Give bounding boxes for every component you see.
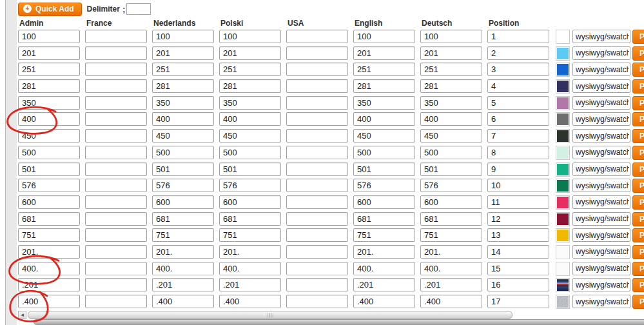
swatch-path-input[interactable] [572, 295, 630, 308]
admin-input[interactable] [18, 79, 80, 93]
admin-input[interactable] [18, 112, 80, 126]
color-swatch[interactable] [556, 30, 570, 44]
usa-input[interactable] [286, 46, 348, 60]
position-input[interactable] [487, 228, 549, 242]
usa-input[interactable] [286, 195, 348, 209]
polski-input[interactable] [219, 146, 281, 159]
admin-input[interactable] [18, 63, 80, 76]
deutsch-input[interactable] [420, 96, 482, 110]
english-input[interactable] [353, 46, 415, 60]
france-input[interactable] [85, 262, 147, 275]
pick-button[interactable]: Pick [632, 278, 644, 292]
deutsch-input[interactable] [420, 278, 482, 291]
position-input[interactable] [487, 79, 549, 93]
admin-input[interactable] [18, 195, 80, 209]
deutsch-input[interactable] [420, 195, 482, 209]
deutsch-input[interactable] [420, 129, 482, 143]
deutsch-input[interactable] [420, 112, 482, 126]
quick-add-button[interactable]: + Quick Add [18, 3, 82, 16]
scroll-left-button[interactable]: ◄ [18, 311, 26, 319]
polski-input[interactable] [219, 195, 281, 209]
outer-scrollbar-thumb[interactable] [34, 319, 644, 325]
france-input[interactable] [85, 146, 147, 159]
color-swatch[interactable] [556, 79, 570, 94]
deutsch-input[interactable] [420, 79, 482, 93]
swatch-path-input[interactable] [572, 179, 630, 192]
polski-input[interactable] [219, 96, 281, 110]
admin-input[interactable] [18, 162, 80, 176]
polski-input[interactable] [219, 295, 281, 308]
color-swatch[interactable] [556, 46, 570, 61]
polski-input[interactable] [219, 30, 281, 43]
position-input[interactable] [487, 179, 549, 192]
nederlands-input[interactable] [152, 146, 214, 159]
france-input[interactable] [85, 195, 147, 209]
deutsch-input[interactable] [420, 30, 482, 43]
pick-button[interactable]: Pick [632, 112, 644, 126]
swatch-path-input[interactable] [572, 112, 630, 126]
usa-input[interactable] [286, 129, 348, 143]
english-input[interactable] [353, 162, 415, 176]
position-input[interactable] [487, 30, 549, 43]
english-input[interactable] [353, 295, 415, 308]
english-input[interactable] [353, 146, 415, 159]
english-input[interactable] [353, 63, 415, 76]
deutsch-input[interactable] [420, 295, 482, 308]
admin-input[interactable] [18, 262, 80, 275]
usa-input[interactable] [286, 179, 348, 192]
position-input[interactable] [487, 278, 549, 291]
pick-button[interactable]: Pick [632, 179, 644, 193]
admin-input[interactable] [18, 146, 80, 159]
polski-input[interactable] [219, 212, 281, 226]
nederlands-input[interactable] [152, 245, 214, 259]
polski-input[interactable] [219, 63, 281, 76]
english-input[interactable] [353, 212, 415, 226]
nederlands-input[interactable] [152, 179, 214, 192]
color-swatch[interactable] [556, 146, 570, 160]
france-input[interactable] [85, 96, 147, 110]
nederlands-input[interactable] [152, 162, 214, 176]
pick-button[interactable]: Pick [632, 129, 644, 143]
color-swatch[interactable] [556, 96, 570, 110]
english-input[interactable] [353, 96, 415, 110]
position-input[interactable] [487, 162, 549, 176]
color-swatch[interactable] [556, 295, 570, 309]
deutsch-input[interactable] [420, 262, 482, 275]
polski-input[interactable] [219, 112, 281, 126]
polski-input[interactable] [219, 79, 281, 93]
deutsch-input[interactable] [420, 146, 482, 159]
swatch-path-input[interactable] [572, 162, 630, 176]
pick-button[interactable]: Pick [632, 30, 644, 44]
usa-input[interactable] [286, 278, 348, 291]
swatch-path-input[interactable] [572, 278, 630, 291]
pick-button[interactable]: Pick [632, 212, 644, 226]
pick-button[interactable]: Pick [632, 96, 644, 110]
pick-button[interactable]: Pick [632, 295, 644, 309]
swatch-path-input[interactable] [572, 146, 630, 159]
france-input[interactable] [85, 79, 147, 93]
deutsch-input[interactable] [420, 162, 482, 176]
english-input[interactable] [353, 129, 415, 143]
swatch-path-input[interactable] [572, 63, 630, 76]
color-swatch[interactable] [556, 112, 570, 126]
english-input[interactable] [353, 179, 415, 192]
france-input[interactable] [85, 179, 147, 192]
color-swatch[interactable] [556, 245, 570, 259]
color-swatch[interactable] [556, 212, 570, 226]
deutsch-input[interactable] [420, 179, 482, 192]
position-input[interactable] [487, 146, 549, 159]
swatch-path-input[interactable] [572, 46, 630, 60]
delimiter-input[interactable] [126, 3, 151, 15]
france-input[interactable] [85, 46, 147, 60]
english-input[interactable] [353, 30, 415, 43]
pick-button[interactable]: Pick [632, 195, 644, 210]
admin-input[interactable] [18, 129, 80, 143]
position-input[interactable] [487, 195, 549, 209]
polski-input[interactable] [219, 129, 281, 143]
usa-input[interactable] [286, 96, 348, 110]
swatch-path-input[interactable] [572, 129, 630, 143]
color-swatch[interactable] [556, 195, 570, 210]
admin-input[interactable] [18, 179, 80, 192]
usa-input[interactable] [286, 30, 348, 43]
pick-button[interactable]: Pick [632, 228, 644, 242]
